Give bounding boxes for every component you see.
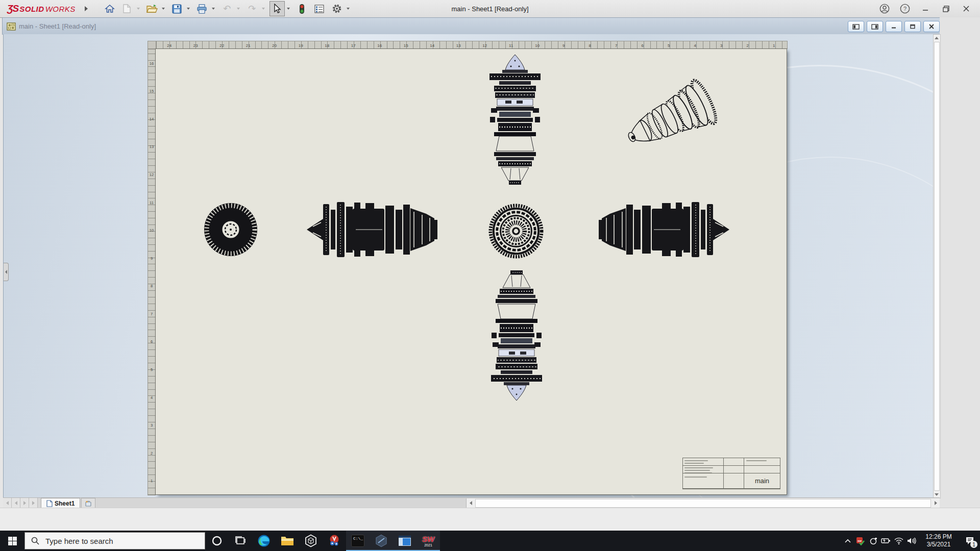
doc-close-button[interactable] (923, 21, 940, 32)
menu-expand-arrow-icon[interactable] (85, 6, 88, 11)
drawing-view-right-side[interactable] (598, 202, 730, 258)
new-dropdown-caret[interactable] (137, 8, 140, 10)
tab-sheet1[interactable]: Sheet1 (41, 498, 80, 508)
save-button[interactable] (169, 1, 185, 16)
options-button[interactable] (329, 1, 345, 16)
graphics-area[interactable]: 242322212019181716151413121110987654321 … (3, 34, 934, 497)
restore-button[interactable] (937, 2, 954, 16)
ruler-number: 4 (148, 384, 155, 412)
sheet-tab-bar: Sheet1 (3, 497, 940, 508)
scroll-right-button[interactable] (932, 498, 940, 508)
save-dropdown-caret[interactable] (187, 8, 190, 10)
left-pane-icon (852, 24, 860, 30)
tray-expand-button[interactable] (841, 531, 854, 551)
search-icon (31, 537, 39, 545)
next-sheet-button[interactable] (20, 498, 29, 508)
add-sheet-button[interactable] (81, 498, 95, 508)
drawing-view-isometric[interactable] (612, 71, 724, 165)
ruler-number: 14 (419, 43, 446, 48)
drawing-view-top[interactable] (484, 53, 546, 186)
engine-fan-face-graphic (203, 202, 259, 258)
select-dropdown-caret[interactable] (287, 8, 290, 10)
ruler-number: 2 (734, 43, 761, 48)
scroll-left-button[interactable] (467, 498, 475, 508)
print-dropdown-caret[interactable] (212, 8, 215, 10)
title-block-cell (744, 466, 780, 473)
home-button[interactable] (102, 1, 117, 16)
help-button[interactable]: ? (896, 2, 914, 16)
show-left-pane-button[interactable] (848, 21, 864, 32)
action-center-button[interactable]: 1 (960, 531, 980, 551)
cortana-button[interactable] (205, 531, 229, 551)
tray-camera-icon-button[interactable] (867, 531, 879, 551)
properties-button[interactable] (312, 1, 327, 16)
new-document-button[interactable] (119, 1, 135, 16)
drawing-view-front-fan[interactable] (203, 202, 259, 258)
edrawings-app-button[interactable] (299, 531, 323, 551)
tray-battery-button[interactable] (879, 531, 892, 551)
screen-recorder-app-button[interactable] (323, 531, 346, 551)
command-prompt-app-button[interactable]: C:\_ (346, 531, 370, 551)
scroll-up-button[interactable] (934, 35, 939, 41)
clock-date: 3/5/2021 (920, 541, 958, 548)
doc-minimize-button[interactable] (886, 21, 902, 32)
undo-button[interactable]: ↶ (219, 1, 235, 16)
horizontal-scrollbar[interactable] (466, 498, 940, 508)
minimize-button[interactable] (917, 2, 934, 16)
last-sheet-button[interactable] (29, 498, 38, 508)
sheet-icon (46, 500, 53, 507)
ruler-number: 7 (148, 300, 155, 328)
ruler-number: 14 (148, 105, 155, 133)
performance-button[interactable] (295, 1, 310, 16)
select-tool-button[interactable] (270, 1, 285, 16)
taskbar-search[interactable] (24, 532, 205, 549)
open-dropdown-caret[interactable] (162, 8, 165, 10)
vertical-scroll-thumb[interactable] (934, 42, 940, 491)
edge-app-button[interactable] (252, 531, 276, 551)
previous-sheet-button[interactable] (12, 498, 20, 508)
close-button[interactable] (958, 2, 975, 16)
previous-icon (15, 501, 17, 505)
open-button[interactable] (144, 1, 160, 16)
tray-volume-button[interactable] (905, 531, 918, 551)
document-titlebar: main - Sheet1 [Read-only] (2, 17, 944, 35)
start-button[interactable] (0, 531, 24, 551)
panel-collapse-tab[interactable] (4, 263, 9, 281)
search-input[interactable] (44, 536, 184, 546)
drawing-view-left-side[interactable] (306, 202, 438, 258)
file-explorer-app-button[interactable] (276, 531, 299, 551)
ruler-number: 3 (708, 43, 735, 48)
first-sheet-button[interactable] (3, 498, 12, 508)
horizontal-scroll-thumb[interactable] (475, 499, 931, 508)
taskbar-clock[interactable]: 12:26 PM 3/5/2021 (918, 533, 960, 548)
ruler-number: 6 (629, 43, 656, 48)
solidworks-taskbar-icon: SW 2021 (422, 535, 434, 547)
show-right-pane-button[interactable] (867, 21, 883, 32)
clock-time: 12:26 PM (920, 533, 958, 541)
ruler-number: 8 (148, 272, 155, 300)
undo-icon: ↶ (223, 4, 231, 13)
account-button[interactable] (876, 2, 893, 16)
tray-wifi-button[interactable] (892, 531, 905, 551)
hexagon-app-button[interactable] (370, 531, 393, 551)
tray-solidworks-status[interactable]: sw (854, 531, 867, 551)
solidworks-app-button[interactable]: SW 2021 (416, 531, 440, 551)
window-app-button[interactable] (393, 531, 416, 551)
print-button[interactable] (194, 1, 210, 16)
options-dropdown-caret[interactable] (347, 8, 350, 10)
svg-text:?: ? (903, 6, 906, 12)
save-icon (172, 4, 182, 14)
vertical-scrollbar[interactable] (933, 34, 941, 498)
redo-dropdown-caret[interactable] (262, 8, 265, 10)
title-block-cell (724, 458, 744, 466)
task-view-button[interactable] (229, 531, 252, 551)
doc-restore-button[interactable] (904, 21, 921, 32)
drawing-view-bottom[interactable] (488, 269, 545, 403)
drawing-view-rear[interactable] (488, 204, 544, 259)
undo-dropdown-caret[interactable] (237, 8, 240, 10)
ruler-number: 21 (235, 43, 262, 48)
solidworks-check-icon: sw (856, 537, 865, 545)
drawing-sheet[interactable]: main (156, 49, 787, 494)
ruler-number: 9 (148, 244, 155, 272)
redo-button[interactable]: ↷ (244, 1, 260, 16)
